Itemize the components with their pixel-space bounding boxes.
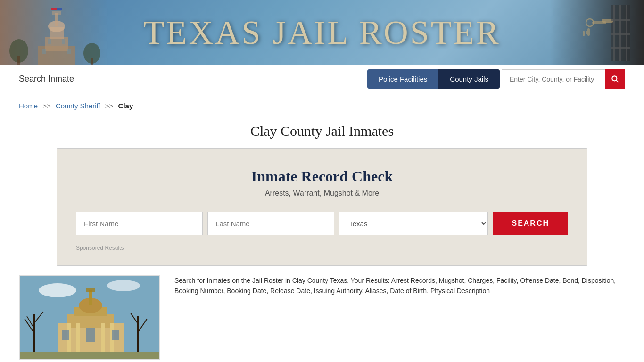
svg-line-30 [616,80,619,82]
navbar: Search Inmate Police Facilities County J… [0,65,644,93]
breadcrumb-county-sheriff[interactable]: County Sheriff [56,102,100,110]
nav-controls: Police Facilities County Jails [367,69,625,89]
breadcrumb-home[interactable]: Home [19,102,38,110]
breadcrumb-sep-2: >> [105,102,114,110]
svg-rect-4 [55,13,58,26]
svg-point-32 [39,283,76,297]
svg-rect-7 [67,49,71,54]
state-select[interactable]: AlabamaAlaskaArizonaArkansasCaliforniaCo… [339,212,488,235]
site-title: Texas Jail Roster [143,13,500,52]
svg-rect-26 [611,19,630,21]
bottom-description-text: Search for Inmates on the Jail Roster in… [174,277,616,295]
svg-rect-27 [611,33,630,35]
svg-rect-18 [592,21,606,24]
sponsored-label: Sponsored Results [76,245,568,251]
police-facilities-button[interactable]: Police Facilities [367,69,438,89]
svg-rect-12 [17,56,20,65]
courthouse-svg [20,276,160,360]
keys-icon [545,5,630,61]
record-check-widget: Inmate Record Check Arrests, Warrant, Mu… [57,148,587,266]
svg-rect-54 [20,352,160,360]
svg-rect-53 [86,328,95,342]
header-banner: Texas Jail Roster [0,0,644,65]
svg-rect-22 [586,31,587,34]
capitol-building-icon [9,4,104,65]
breadcrumb: Home >> County Sheriff >> Clay [0,93,644,118]
facility-search-input[interactable] [502,69,605,89]
bottom-section: Search for Inmates on the Jail Roster in… [0,275,644,362]
bottom-description: Search for Inmates on the Jail Roster in… [174,275,625,360]
svg-rect-5 [52,11,61,15]
facility-search-button[interactable] [605,69,625,89]
search-inmate-label: Search Inmate [19,74,74,84]
svg-rect-13 [91,58,93,65]
first-name-input[interactable] [76,212,203,235]
search-icon [611,74,620,84]
page-title-section: Clay County Jail Inmates [0,118,644,148]
county-jails-button[interactable]: County Jails [438,69,500,89]
facility-search-wrapper [502,69,625,89]
svg-rect-20 [587,28,590,36]
svg-point-33 [107,280,140,291]
svg-rect-14 [51,8,57,10]
breadcrumb-sep-1: >> [42,102,51,110]
svg-rect-9 [62,39,65,44]
record-check-form: AlabamaAlaskaArizonaArkansasCaliforniaCo… [76,212,568,235]
breadcrumb-current: Clay [118,102,133,110]
record-search-button[interactable]: SEARCH [493,212,568,235]
svg-rect-46 [86,288,95,292]
svg-point-29 [612,76,617,81]
record-check-subtitle: Arrests, Warrant, Mugshot & More [76,189,568,197]
svg-rect-45 [89,290,92,305]
svg-rect-8 [48,39,51,44]
svg-rect-15 [57,8,62,10]
svg-rect-52 [112,330,119,340]
svg-rect-21 [583,31,585,36]
page-title: Clay County Jail Inmates [9,123,635,139]
record-check-title: Inmate Record Check [76,168,568,185]
svg-rect-51 [62,330,69,340]
last-name-input[interactable] [207,212,334,235]
svg-rect-28 [611,47,630,49]
svg-rect-6 [42,49,46,54]
courthouse-image [19,275,160,360]
